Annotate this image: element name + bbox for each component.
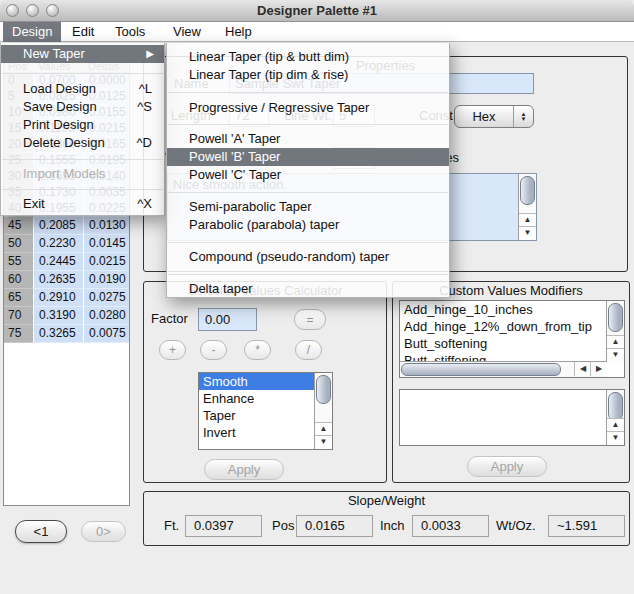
table-row[interactable]: 600.26350.0190	[4, 271, 129, 289]
menu-item-print-design[interactable]: Print Design	[1, 116, 164, 134]
scroll-down-icon[interactable]: ▼	[607, 431, 624, 445]
list-item[interactable]: Butt_softening	[400, 335, 607, 352]
table-row[interactable]: 550.24450.0215	[4, 253, 129, 271]
title-bar[interactable]: Designer Palette #1	[0, 0, 634, 22]
factor-field[interactable]: 0.00	[198, 308, 257, 331]
list-item[interactable]: Invert	[199, 424, 315, 441]
submenu-item-progressive-regressive[interactable]: Progressive / Regressive Taper	[167, 99, 449, 117]
prev-page-button[interactable]: <1	[15, 520, 67, 543]
menu-separator	[168, 242, 448, 243]
list-item[interactable]: Taper	[199, 407, 315, 424]
menu-separator	[2, 189, 163, 190]
menu-item-new-taper[interactable]: New Taper ▶	[1, 45, 164, 63]
scroll-down-icon[interactable]: ▼	[315, 435, 332, 449]
menu-item-save-design[interactable]: Save Design^S	[1, 98, 164, 116]
factor-label: Factor	[151, 311, 188, 326]
modifiers-apply-button[interactable]: Apply	[467, 456, 547, 477]
scroll-up-icon[interactable]: ▲	[607, 335, 624, 349]
scroll-down-icon[interactable]: ▼	[519, 226, 536, 240]
ft-label: Ft.	[164, 518, 179, 533]
scroll-up-icon[interactable]: ▲	[519, 213, 536, 227]
menubar-item-tools[interactable]: Tools	[106, 22, 154, 42]
popup-up-down-icon: ▲▼	[513, 106, 533, 127]
submenu-arrow-icon: ▶	[146, 45, 154, 63]
submenu-item-powell-b[interactable]: Powell 'B' Taper	[167, 148, 449, 166]
const-select[interactable]: Hex ▲▼	[454, 105, 534, 128]
menubar-item-design[interactable]: Design	[3, 22, 61, 42]
app-window: Designer Palette #1 Design Edit Tools Vi…	[0, 0, 634, 594]
scrollbar-thumb[interactable]	[401, 363, 561, 376]
scroll-left-icon[interactable]: ◀	[574, 362, 591, 376]
submenu-item-linear-tip-butt[interactable]: Linear Taper (tip & butt dim)	[167, 48, 449, 66]
scrollbar-thumb[interactable]	[520, 176, 535, 205]
new-taper-submenu: Linear Taper (tip & butt dim) Linear Tap…	[166, 43, 450, 298]
menu-item-import-models[interactable]: Import Models	[1, 165, 164, 183]
modifiers-vscrollbar[interactable]: ▲ ▼	[606, 301, 624, 362]
scroll-right-icon[interactable]: ▶	[590, 362, 607, 376]
menu-separator	[168, 274, 448, 275]
scroll-up-icon[interactable]: ▲	[607, 418, 624, 432]
multiply-button[interactable]: *	[244, 340, 271, 360]
calculator-apply-button[interactable]: Apply	[204, 459, 284, 480]
modifiers-list[interactable]: Add_hinge_10_inches Add_hinge_12%_down_f…	[399, 300, 625, 378]
submenu-item-powell-c[interactable]: Powell 'C' Taper	[167, 166, 449, 184]
next-page-button[interactable]: 0>	[81, 521, 126, 542]
ft-value-field: 0.0397	[185, 515, 262, 537]
menu-item-exit[interactable]: Exit^X	[1, 195, 164, 213]
table-row[interactable]: 450.20850.0130	[4, 217, 129, 235]
list-item[interactable]: Add_hinge_12%_down_from_tip	[400, 318, 607, 335]
scroll-up-icon[interactable]: ▲	[315, 422, 332, 436]
custom-modifiers-group: Custom Values Modifiers Add_hinge_10_inc…	[392, 281, 630, 483]
menu-item-delete-design[interactable]: Delete Design^D	[1, 134, 164, 152]
modifiers-preview-list[interactable]: ▲ ▼	[399, 389, 625, 446]
submenu-item-powell-a[interactable]: Powell 'A' Taper	[167, 130, 449, 148]
menubar-item-help[interactable]: Help	[216, 22, 261, 42]
notes-scrollbar[interactable]: ▲ ▼	[518, 174, 536, 240]
menu-separator	[168, 192, 448, 193]
menu-separator	[168, 92, 448, 93]
table-row[interactable]: 700.31900.0280	[4, 307, 129, 325]
scrollbar-thumb[interactable]	[608, 303, 623, 332]
pos-label: Pos	[272, 518, 294, 533]
wt-label: Wt/Oz.	[496, 518, 536, 533]
menu-separator	[168, 124, 448, 125]
inch-value-field: 0.0033	[412, 515, 489, 537]
menubar-item-view[interactable]: View	[164, 22, 210, 42]
inch-label: Inch	[380, 518, 405, 533]
menu-separator	[2, 159, 163, 160]
submenu-item-delta[interactable]: Delta taper	[167, 280, 449, 298]
calculator-group: Selected Values Calculator Factor 0.00 =…	[143, 281, 387, 483]
operations-scrollbar[interactable]: ▲ ▼	[314, 373, 332, 449]
table-row[interactable]: 750.32650.0075	[4, 325, 129, 343]
table-row[interactable]: 500.22300.0145	[4, 235, 129, 253]
menu-separator	[2, 73, 163, 74]
submenu-item-linear-tip-rise[interactable]: Linear Taper (tip dim & rise)	[167, 66, 449, 84]
list-item[interactable]: Add_hinge_10_inches	[400, 301, 607, 318]
menu-bar: Design Edit Tools View Help	[0, 22, 634, 42]
operations-list[interactable]: Smooth Enhance Taper Invert ▲ ▼	[198, 372, 333, 450]
preview-scrollbar[interactable]: ▲ ▼	[606, 390, 624, 445]
window-title: Designer Palette #1	[0, 3, 634, 18]
design-menu: New Taper ▶ Load Design^L Save Design^S …	[0, 43, 165, 216]
const-select-value: Hex	[455, 109, 513, 124]
equals-button[interactable]: =	[294, 309, 326, 330]
slope-weight-title: Slope/Weight	[144, 493, 629, 508]
menubar-item-edit[interactable]: Edit	[63, 22, 103, 42]
pos-value-field: 0.0165	[296, 515, 373, 537]
submenu-item-compound[interactable]: Compound (pseudo-random) taper	[167, 248, 449, 266]
wt-value-field: ~1.591	[548, 515, 625, 537]
submenu-item-parabolic[interactable]: Parabolic (parabola) taper	[167, 216, 449, 234]
list-item[interactable]: Enhance	[199, 390, 315, 407]
modifiers-hscrollbar[interactable]: ◀ ▶	[400, 361, 607, 377]
scrollbar-thumb[interactable]	[608, 392, 623, 421]
list-item[interactable]: Smooth	[199, 373, 315, 390]
slope-weight-group: Slope/Weight Ft. 0.0397 Pos 0.0165 Inch …	[143, 491, 630, 546]
submenu-item-semi-parabolic[interactable]: Semi-parabolic Taper	[167, 198, 449, 216]
plus-button[interactable]: +	[159, 340, 186, 360]
scroll-down-icon[interactable]: ▼	[607, 348, 624, 362]
divide-button[interactable]: /	[295, 340, 322, 360]
scrollbar-thumb[interactable]	[316, 375, 331, 404]
minus-button[interactable]: -	[200, 340, 227, 360]
menu-item-load-design[interactable]: Load Design^L	[1, 80, 164, 98]
table-row[interactable]: 650.29100.0275	[4, 289, 129, 307]
